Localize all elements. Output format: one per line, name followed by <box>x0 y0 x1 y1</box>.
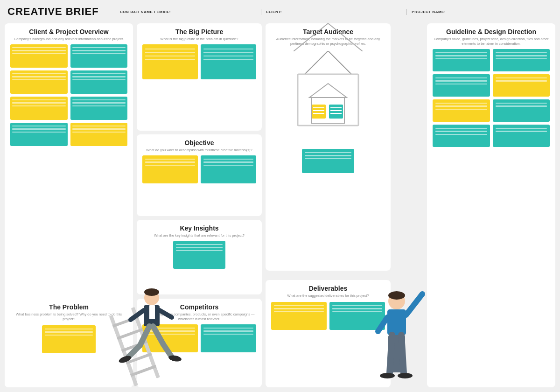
target-subtitle: Audience information, including the mark… <box>271 37 385 46</box>
client-title: Client & Project Overview <box>10 28 127 35</box>
svg-rect-34 <box>387 309 406 335</box>
svg-line-39 <box>401 335 404 373</box>
big-picture-title: The Big Picture <box>142 28 256 35</box>
client-label: CLIENT: <box>266 10 402 14</box>
svg-line-0 <box>305 51 328 74</box>
header: CREATIVE BRIEF CONTACT NAME I EMAIL: CLI… <box>0 0 560 23</box>
svg-line-35 <box>406 294 422 315</box>
svg-line-25 <box>160 310 172 317</box>
client-field: CLIENT: <box>261 9 407 15</box>
objective-subtitle: What do you want to accomplish with this… <box>142 148 256 153</box>
svg-point-21 <box>144 288 159 296</box>
svg-rect-23 <box>149 305 155 319</box>
svg-point-33 <box>388 291 405 300</box>
svg-line-1 <box>328 51 351 74</box>
svg-point-41 <box>398 373 413 378</box>
project-field: PROJECT NAME: <box>406 9 553 15</box>
header-fields: CONTACT NAME I EMAIL: CLIENT: PROJECT NA… <box>115 9 553 15</box>
guideline-panel: Guideline & Design Direction Company's v… <box>427 23 555 387</box>
contact-label: CONTACT NAME I EMAIL: <box>120 10 256 14</box>
client-subtitle: Company's background and any relevant in… <box>10 37 127 42</box>
house-illustration <box>286 51 370 144</box>
main-grid: Client & Project Overview Company's back… <box>5 23 555 387</box>
big-picture-subtitle: What is the big picture of the problem i… <box>142 37 256 42</box>
svg-rect-9 <box>329 105 343 119</box>
objective-panel: Objective What do you want to accomplish… <box>137 134 262 216</box>
svg-rect-19 <box>130 365 157 377</box>
key-insights-title: Key Insights <box>142 224 256 232</box>
svg-rect-2 <box>298 74 358 126</box>
running-figure <box>103 275 196 387</box>
svg-rect-16 <box>117 328 143 340</box>
svg-point-40 <box>380 373 395 378</box>
svg-line-29 <box>153 326 163 344</box>
reaching-figure <box>364 280 429 387</box>
svg-rect-5 <box>312 105 326 119</box>
objective-title: Objective <box>142 139 256 147</box>
project-label: PROJECT NAME: <box>412 10 548 14</box>
big-picture-panel: The Big Picture What is the big picture … <box>137 23 262 131</box>
target-title: Target Audience <box>271 28 385 35</box>
guideline-title: Guideline & Design Direction <box>433 28 550 35</box>
target-panel: Target Audience Audience information, in… <box>266 23 391 271</box>
svg-line-38 <box>390 335 392 373</box>
svg-line-30 <box>163 344 172 357</box>
guideline-subtitle: Company's voice, guidelines, project ton… <box>433 37 550 46</box>
app-title: CREATIVE BRIEF <box>7 6 115 18</box>
contact-field: CONTACT NAME I EMAIL: <box>115 9 261 15</box>
key-insights-subtitle: What are the key insights that are relev… <box>142 233 256 238</box>
svg-line-36 <box>378 317 387 331</box>
